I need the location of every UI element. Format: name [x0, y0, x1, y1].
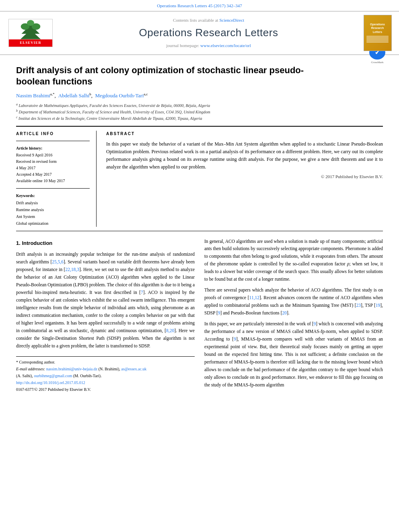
right-para-3: In this paper, we are particularly inter… — [204, 320, 383, 389]
cover-decoration — [366, 35, 389, 43]
svg-point-4 — [27, 20, 34, 25]
doi-link[interactable]: http://dx.doi.org/10.1016/j.orl.2017.05.… — [16, 380, 85, 385]
homepage-line: journal homepage: www.elsevier.com/locat… — [59, 42, 358, 49]
article-title: Drift analysis of ant colony optimizatio… — [16, 65, 310, 88]
crossmark-label: CrossMark — [371, 60, 383, 65]
footnote-ourbih-email: (A. Salhi), ourbihmeg@gmail.com (M. Ourb… — [16, 373, 195, 379]
body-divider — [16, 231, 383, 231]
footnote-emails: E-mail addresses: nassim.brahimi@univ-be… — [16, 366, 195, 372]
email-ourbih[interactable]: ourbihmeg@gmail.com — [34, 374, 72, 378]
abstract-col: ABSTRACT In this paper we study the beha… — [106, 131, 383, 227]
homepage-link[interactable]: www.elsevier.com/locate/orl — [200, 43, 251, 48]
keyword-3: Ant System — [16, 213, 90, 220]
journal-header: ELSEVIER Contents lists available at Sci… — [0, 11, 399, 55]
body-left-col: 1. Introduction Drift analysis is an inc… — [16, 238, 195, 393]
header-divider — [16, 126, 383, 127]
body-right-col: In general, ACO algorithms are used when… — [204, 238, 383, 393]
abstract-header: ABSTRACT — [106, 131, 383, 137]
cover-image: Operations Research Letters — [364, 15, 392, 51]
journal-cover: Operations Research Letters — [362, 15, 393, 51]
top-bar: Operations Research Letters 45 (2017) 34… — [0, 0, 399, 11]
journal-info-center: Contents lists available at ScienceDirec… — [59, 17, 358, 49]
cover-title: Operations Research Letters — [370, 23, 385, 33]
right-para-2: There are several papers which analyze t… — [204, 286, 383, 317]
article-info-row: ARTICLE INFO Article history: Received 9… — [16, 131, 383, 227]
footnote-doi: http://dx.doi.org/10.1016/j.orl.2017.05.… — [16, 380, 195, 386]
article-info-header: ARTICLE INFO — [16, 131, 90, 137]
elsevier-logo-container: ELSEVIER — [6, 19, 55, 47]
author-salhi[interactable]: Abdellah Salhi — [58, 92, 90, 99]
affiliation-b: b Department of Mathematical Sciences, F… — [16, 109, 383, 115]
journal-link[interactable]: Operations Research Letters 45 (2017) 34… — [157, 3, 242, 8]
authors-line: Nassim Brahimia,*, Abdellah Salhib, Megd… — [16, 92, 383, 100]
journal-title: Operations Research Letters — [59, 25, 358, 41]
keyword-1: Drift analysis — [16, 199, 90, 206]
intro-title: 1. Introduction — [16, 239, 195, 248]
author-brahimi[interactable]: Nassim Brahimi — [16, 92, 50, 99]
affiliation-a: a Laboratoire de Mathématiques Appliquée… — [16, 102, 383, 109]
keyword-2: Runtime analysis — [16, 206, 90, 213]
affiliations: a Laboratoire de Mathématiques Appliquée… — [16, 102, 383, 122]
elsevier-label-text: ELSEVIER — [9, 39, 52, 47]
sciencedirect-link[interactable]: ScienceDirect — [219, 18, 244, 23]
elsevier-tree-svg — [10, 19, 51, 40]
author-ourbih[interactable]: Megdouda Ourbih-Tari — [95, 92, 144, 99]
history-revised-date: 4 May 2017 — [16, 165, 90, 171]
footnote-issn: 0167-6377/© 2017 Published by Elsevier B… — [16, 386, 195, 392]
info-divider — [16, 141, 90, 141]
keyword-4: Global optimization — [16, 220, 90, 227]
history-received: Received 9 April 2016 — [16, 152, 90, 158]
copyright-text: © 2017 Published by Elsevier B.V. — [106, 173, 383, 181]
footnote-star: * Corresponding author. — [16, 359, 195, 365]
main-content: ✓ CrossMark Drift analysis of ant colony… — [0, 55, 399, 401]
email-brahimi[interactable]: nassim.brahimi@univ-bejaia.dz — [46, 367, 98, 371]
right-para-1: In general, ACO algorithms are used when… — [204, 238, 383, 283]
article-history-label: Article history: — [16, 145, 90, 151]
abstract-text: In this paper we study the behavior of a… — [106, 140, 383, 171]
contents-text: Contents lists available at — [173, 18, 219, 23]
history-accepted: Accepted 4 May 2017 — [16, 171, 90, 178]
footnote-section: * Corresponding author. E-mail addresses… — [16, 356, 195, 392]
intro-para-1: Drift analysis is an increasingly popula… — [16, 251, 195, 350]
keywords-label: Keywords: — [16, 193, 90, 199]
elsevier-logo: ELSEVIER — [8, 19, 53, 47]
history-revised-label: Received in revised form — [16, 158, 90, 165]
body-two-col: 1. Introduction Drift analysis is an inc… — [16, 238, 383, 393]
homepage-label: journal homepage: — [166, 43, 200, 48]
email-salhi[interactable]: as@essex.ac.uk — [121, 367, 146, 371]
article-info-col: ARTICLE INFO Article history: Received 9… — [16, 131, 97, 227]
affiliation-c: c Institut des Sciences et de la Technol… — [16, 115, 383, 121]
sciencedirect-line: Contents lists available at ScienceDirec… — [59, 17, 358, 24]
history-online: Available online 10 May 2017 — [16, 178, 90, 184]
keywords-divider — [16, 188, 90, 189]
